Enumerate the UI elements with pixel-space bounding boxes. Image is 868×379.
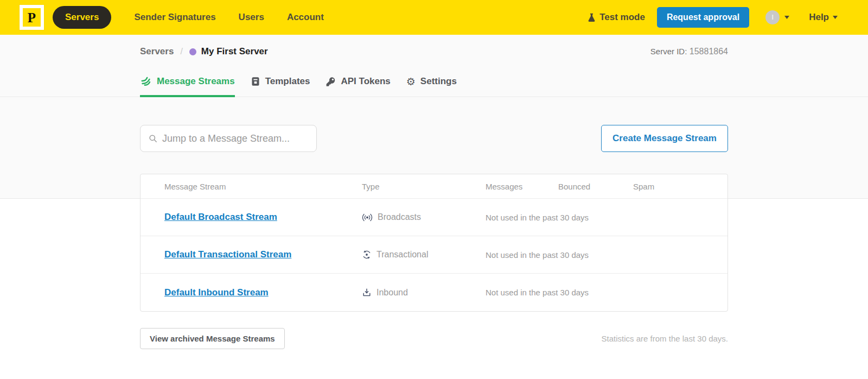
tab-label: Templates [265,76,310,87]
col-spam: Spam [633,182,727,191]
logo-letter: P [28,11,36,24]
request-approval-button[interactable]: Request approval [657,7,749,28]
key-icon [326,77,336,87]
search-input[interactable] [140,125,317,152]
table-row: Default Broadcast Stream Broadcasts Not … [141,199,727,236]
transactional-icon [362,250,372,260]
tab-settings[interactable]: ⚙ Settings [406,75,457,97]
tab-templates[interactable]: Templates [251,75,310,97]
col-bounced: Bounced [558,182,633,191]
stream-link-transactional[interactable]: Default Transactional Stream [164,249,291,260]
test-mode-indicator: Test mode [588,12,645,23]
stats-note: Statistics are from the last 30 days. [602,334,728,343]
breadcrumb-separator: / [180,47,182,56]
help-label: Help [809,12,829,23]
tab-label: Settings [420,76,457,87]
account-menu[interactable]: I [765,10,789,24]
breadcrumb-servers-link[interactable]: Servers [140,46,174,57]
broadcast-icon [362,213,373,222]
gear-icon: ⚙ [406,77,416,87]
topbar: P Servers Sender Signatures Users Accoun… [0,0,868,35]
tab-message-streams[interactable]: Message Streams [140,75,235,97]
chevron-down-icon [833,16,838,19]
nav-item-sender-signatures[interactable]: Sender Signatures [134,12,215,23]
col-message-stream: Message Stream [164,182,362,191]
table-footer: View archived Message Streams Statistics… [140,328,728,349]
stream-toolbar: Create Message Stream [140,125,728,152]
page-header: Servers / My First Server Server ID: 158… [0,35,868,97]
tab-label: API Tokens [341,76,390,87]
main-content: Create Message Stream Message Stream Typ… [140,125,728,349]
avatar[interactable]: I [765,10,780,24]
primary-nav: Servers Sender Signatures Users Account [53,6,324,29]
view-archived-button[interactable]: View archived Message Streams [140,328,285,349]
nav-item-servers[interactable]: Servers [53,6,111,29]
table-header: Message Stream Type Messages Bounced Spa… [141,174,727,199]
postmark-logo[interactable]: P [20,5,44,30]
stream-link-inbound[interactable]: Default Inbound Stream [164,287,269,298]
breadcrumb: Servers / My First Server Server ID: 158… [140,46,728,57]
tab-api-tokens[interactable]: API Tokens [326,75,390,97]
stream-usage: Not used in the past 30 days [486,213,727,222]
nav-item-account[interactable]: Account [287,12,324,23]
server-id-label: Server ID: [650,47,687,56]
test-mode-label: Test mode [599,12,645,23]
streams-icon [140,75,152,87]
nav-item-users[interactable]: Users [239,12,264,23]
page-title: My First Server [201,46,268,57]
tab-label: Message Streams [157,76,235,87]
server-id-value: 15881864 [690,47,728,56]
search-icon [149,134,157,145]
table-row: Default Transactional Stream Transaction… [141,236,727,274]
server-id: Server ID: 15881864 [650,47,728,56]
table-row: Default Inbound Stream Inbound Not used … [141,274,727,311]
stream-type-label: Broadcasts [378,212,421,222]
message-streams-table: Message Stream Type Messages Bounced Spa… [140,174,728,312]
stream-link-broadcast[interactable]: Default Broadcast Stream [164,212,277,222]
stream-type-label: Transactional [376,250,428,260]
chevron-down-icon [784,16,789,19]
help-menu[interactable]: Help [809,12,838,23]
server-tabs: Message Streams Templates [140,75,473,97]
col-type: Type [362,182,486,191]
server-color-dot [189,48,196,55]
stream-type-label: Inbound [376,288,408,298]
stream-usage: Not used in the past 30 days [486,250,727,260]
create-message-stream-button[interactable]: Create Message Stream [601,125,728,152]
inbound-icon [362,288,372,298]
flask-icon [588,13,596,22]
template-icon [251,77,260,86]
col-messages: Messages [486,182,558,191]
stream-usage: Not used in the past 30 days [486,288,727,297]
